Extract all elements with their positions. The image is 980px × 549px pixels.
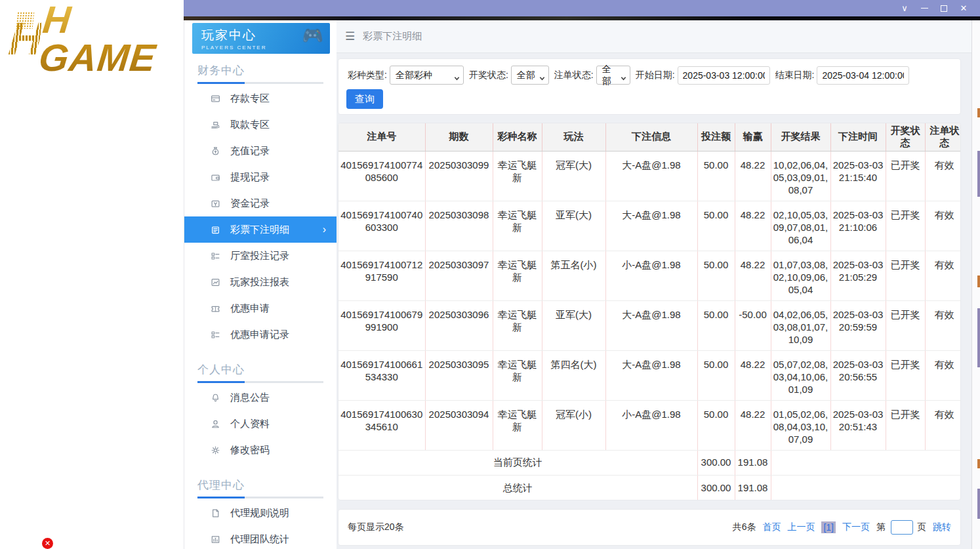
table-cell: 亚军(大) [542, 201, 605, 251]
sidebar-item-label: 厅室投注记录 [230, 250, 289, 262]
table-cell: 第五名(小) [542, 251, 605, 300]
sidebar-item-profile[interactable]: 个人资料 [184, 411, 337, 437]
table-cell: 小-A盘@1.98 [605, 251, 697, 300]
table-row: 40156917410074060330020250303098幸运飞艇新亚军(… [338, 201, 961, 251]
jump-page-input[interactable] [891, 520, 913, 535]
sidebar-item-withdraw-zone[interactable]: 取款专区 [184, 112, 337, 138]
minimize-button[interactable] [914, 1, 934, 16]
hhgame-logo: H H GAME [7, 12, 184, 66]
logo-dots-decoration [16, 12, 35, 29]
next-page-link[interactable]: 下一页 [842, 521, 870, 533]
close-icon[interactable]: ✕ [42, 538, 53, 549]
chevron-down-icon [539, 73, 545, 79]
table-cell: 大-A盘@1.98 [605, 300, 697, 350]
table-cell: 48.22 [735, 201, 771, 251]
section-underline [197, 381, 323, 383]
column-header: 输赢 [735, 123, 771, 151]
table-cell: 50.00 [697, 201, 735, 251]
table-cell: 05,07,02,08,03,04,10,06,01,09 [771, 350, 830, 400]
sidebar-item-promo-apply[interactable]: 优惠申请 [184, 295, 337, 321]
jump-unit-label: 页 [917, 521, 926, 533]
summary-winloss-total: 191.08 [735, 450, 771, 475]
lottery-type-select[interactable]: 全部彩种 [390, 66, 464, 85]
filter-panel: 彩种类型: 全部彩种 开奖状态: 全部 注单状态: 全部 [338, 58, 961, 115]
sidebar-item-agent-rules[interactable]: 代理规则说明 [184, 500, 337, 526]
section-underline [197, 497, 323, 498]
sidebar-item-messages[interactable]: 消息公告 [184, 384, 337, 411]
window-titlebar: ∨ ✕ [184, 0, 980, 16]
sidebar-item-recharge-records[interactable]: 充值记录 [184, 138, 337, 164]
chevron-down-icon[interactable]: ∨ [895, 1, 914, 16]
first-page-link[interactable]: 首页 [762, 521, 781, 533]
order-status-select[interactable]: 全部 [596, 66, 630, 85]
sidebar-item-withdraw-records[interactable]: 提现记录 [184, 164, 337, 190]
scrollbar-fleck [977, 459, 980, 468]
table-cell: 已开奖 [886, 350, 925, 400]
sidebar-menu: 财务中心存款专区取款专区充值记录提现记录资金记录彩票下注明细›厅室投注记录玩家投… [184, 63, 337, 549]
bet-table: 注单号期数彩种名称玩法下注信息投注额输赢开奖结果下注时间开奖状态注单状态 401… [338, 123, 961, 500]
lottery-type-label: 彩种类型: [348, 70, 387, 81]
table-cell: 小-A盘@1.98 [605, 400, 697, 450]
current-page-indicator[interactable]: [1] [821, 521, 836, 533]
table-cell: 有效 [925, 251, 961, 300]
sidebar: 玩家中心 PLAYERS CENTER 🎮 财务中心存款专区取款专区充值记录提现… [184, 20, 337, 549]
sidebar-item-label: 优惠申请 [230, 302, 270, 315]
table-cell: 2025-03-03 20:51:43 [830, 400, 886, 450]
prev-page-link[interactable]: 上一页 [787, 521, 815, 533]
maximize-button[interactable] [934, 1, 954, 16]
table-cell: 大-A盘@1.98 [605, 350, 697, 400]
order-status-label: 注单状态: [554, 70, 594, 81]
app-window: ∨ ✕ 玩家中心 PLAYERS CENTER 🎮 财务中心存款专区取款专区充值… [184, 0, 980, 549]
end-date-input[interactable] [817, 66, 909, 85]
table-cell: 幸运飞艇新 [493, 201, 542, 251]
table-cell: 已开奖 [886, 300, 925, 350]
sidebar-item-promo-apply-records[interactable]: 优惠申请记录 [184, 321, 337, 348]
draw-status-select[interactable]: 全部 [511, 66, 549, 85]
table-cell: 401569174100774085600 [338, 151, 425, 201]
summary-label: 总统计 [338, 475, 697, 500]
sidebar-item-fund-records[interactable]: 资金记录 [184, 190, 337, 216]
jump-button[interactable]: 跳转 [933, 521, 951, 533]
table-cell: 幸运飞艇新 [493, 151, 542, 201]
pagination-bar: 每页显示20条 共6条 首页 上一页 [1] 下一页 第 页 跳转 [338, 509, 961, 546]
table-cell: 20250303095 [425, 350, 493, 400]
table-cell: 有效 [925, 300, 961, 350]
sidebar-item-deposit-zone[interactable]: 存款专区 [184, 85, 337, 112]
table-cell: 20250303096 [425, 300, 493, 350]
table-cell: 20250303097 [425, 251, 493, 300]
table-cell: 50.00 [697, 300, 735, 350]
sidebar-item-player-bet-report[interactable]: 玩家投注报表 [184, 269, 337, 295]
table-cell: 2025-03-03 21:05:29 [830, 251, 886, 300]
sidebar-item-lottery-bet-details[interactable]: 彩票下注明细› [184, 216, 337, 243]
table-cell: 01,07,03,08,02,10,09,06,05,04 [771, 251, 830, 300]
table-cell: 有效 [925, 400, 961, 450]
scrollbar[interactable] [972, 20, 980, 549]
card-icon [211, 93, 221, 104]
sidebar-item-change-password[interactable]: 修改密码 [184, 437, 337, 463]
order-status-value: 全部 [602, 64, 617, 87]
table-cell: 10,02,06,04,05,03,09,01,08,07 [771, 151, 830, 201]
section-title: 财务中心 [197, 63, 323, 78]
scrollbar-fleck [977, 489, 980, 519]
summary-winloss-total: 191.08 [735, 475, 771, 500]
page-title: 彩票下注明细 [363, 30, 422, 43]
table-cell: 冠军(大) [542, 151, 605, 201]
table-cell: 48.22 [735, 350, 771, 400]
list-icon [211, 251, 221, 261]
sidebar-item-agent-team-stats[interactable]: 代理团队统计 [184, 526, 337, 549]
table-cell: 幸运飞艇新 [493, 400, 542, 450]
hamburger-icon[interactable]: ☰ [345, 30, 355, 43]
query-button[interactable]: 查询 [346, 89, 383, 109]
start-date-input[interactable] [678, 66, 770, 85]
table-cell: 大-A盘@1.98 [605, 201, 697, 251]
stats-icon [211, 534, 221, 544]
sidebar-item-hall-bet-records[interactable]: 厅室投注记录 [184, 243, 337, 269]
table-cell: -50.00 [735, 300, 771, 350]
logo-text: H GAME [37, 1, 185, 77]
summary-empty [771, 450, 961, 475]
start-date-label: 开始日期: [636, 70, 675, 81]
table-cell: 第四名(大) [542, 350, 605, 400]
close-button[interactable]: ✕ [954, 1, 973, 16]
draw-status-label: 开奖状态: [469, 70, 508, 81]
sidebar-item-label: 消息公告 [230, 392, 270, 404]
